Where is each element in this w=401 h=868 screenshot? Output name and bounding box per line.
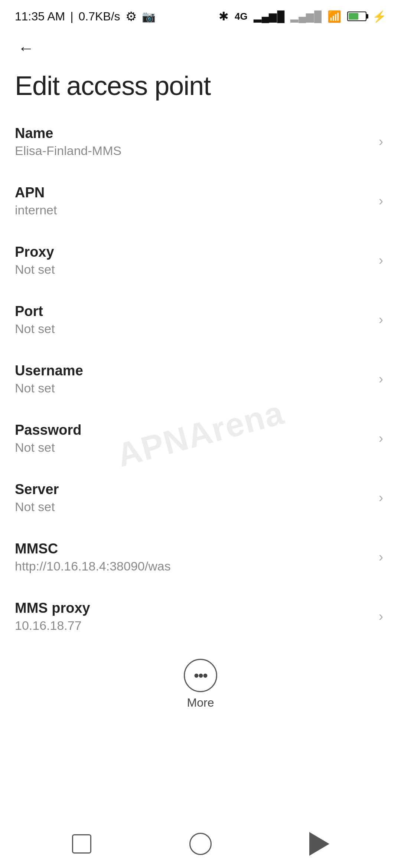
settings-item-server-label: Server — [15, 481, 371, 497]
settings-item-username-content: Username Not set — [15, 363, 371, 395]
settings-item-password[interactable]: Password Not set › — [0, 409, 401, 468]
settings-item-mms-proxy-content: MMS proxy 10.16.18.77 — [15, 600, 371, 633]
settings-item-apn[interactable]: APN internet › — [0, 171, 401, 231]
chevron-right-icon: › — [379, 371, 383, 387]
bluetooth-icon: ✱ — [219, 9, 229, 23]
camera-icon: 📷 — [142, 10, 156, 23]
nav-home-icon — [189, 833, 212, 855]
nav-bar — [0, 820, 401, 868]
status-speed: 0.7KB/s — [79, 10, 120, 23]
chevron-right-icon: › — [379, 490, 383, 506]
signal-4g-icon: 4G — [235, 11, 248, 22]
settings-item-mmsc-content: MMSC http://10.16.18.4:38090/was — [15, 541, 371, 573]
settings-item-server-value: Not set — [15, 500, 371, 514]
settings-item-proxy[interactable]: Proxy Not set › — [0, 231, 401, 290]
settings-item-apn-content: APN internet — [15, 185, 371, 217]
settings-item-name[interactable]: Name Elisa-Finland-MMS › — [0, 112, 401, 171]
nav-back-icon — [309, 832, 329, 856]
settings-item-port[interactable]: Port Not set › — [0, 290, 401, 349]
chevron-right-icon: › — [379, 431, 383, 446]
overflow-dots-icon: ••• — [194, 668, 207, 683]
nav-home-button[interactable] — [182, 829, 219, 859]
settings-item-apn-value: internet — [15, 203, 371, 217]
signal-bars-icon: ▂▄▆█ — [254, 10, 285, 23]
status-left: 11:35 AM | 0.7KB/s ⚙ 📷 — [15, 9, 156, 24]
settings-item-port-value: Not set — [15, 322, 371, 336]
settings-item-username[interactable]: Username Not set › — [0, 349, 401, 409]
nav-recent-icon — [72, 834, 91, 854]
signal-bars2-icon: ▂▄▆█ — [290, 10, 322, 23]
nav-recent-button[interactable] — [63, 829, 100, 859]
settings-item-mms-proxy-value: 10.16.18.77 — [15, 618, 371, 633]
battery-icon — [347, 11, 366, 21]
settings-item-name-value: Elisa-Finland-MMS — [15, 144, 371, 158]
page-title: Edit access point — [0, 63, 401, 112]
settings-item-proxy-value: Not set — [15, 262, 371, 277]
chevron-right-icon: › — [379, 549, 383, 565]
chevron-right-icon: › — [379, 253, 383, 268]
nav-back-button[interactable] — [301, 829, 338, 859]
settings-gear-icon: ⚙ — [125, 9, 137, 24]
overflow-button[interactable]: ••• — [184, 659, 217, 692]
settings-item-username-value: Not set — [15, 381, 371, 395]
settings-item-name-content: Name Elisa-Finland-MMS — [15, 125, 371, 158]
settings-item-proxy-label: Proxy — [15, 244, 371, 260]
chevron-right-icon: › — [379, 312, 383, 328]
settings-item-mmsc[interactable]: MMSC http://10.16.18.4:38090/was › — [0, 527, 401, 587]
settings-item-username-label: Username — [15, 363, 371, 379]
settings-item-server-content: Server Not set — [15, 481, 371, 514]
settings-item-name-label: Name — [15, 125, 371, 141]
settings-item-mms-proxy-label: MMS proxy — [15, 600, 371, 616]
toolbar: ← — [0, 30, 401, 63]
status-time: 11:35 AM — [15, 10, 65, 23]
back-arrow-icon: ← — [18, 40, 34, 56]
settings-item-proxy-content: Proxy Not set — [15, 244, 371, 277]
settings-item-apn-label: APN — [15, 185, 371, 201]
settings-item-password-content: Password Not set — [15, 422, 371, 455]
settings-item-port-content: Port Not set — [15, 303, 371, 336]
charging-icon: ⚡ — [372, 10, 386, 23]
chevron-right-icon: › — [379, 193, 383, 209]
status-separator: | — [70, 10, 73, 23]
settings-list: Name Elisa-Finland-MMS › APN internet › … — [0, 112, 401, 646]
settings-item-password-value: Not set — [15, 440, 371, 455]
settings-item-server[interactable]: Server Not set › — [0, 468, 401, 527]
chevron-right-icon: › — [379, 609, 383, 624]
settings-item-mmsc-value: http://10.16.18.4:38090/was — [15, 559, 371, 573]
chevron-right-icon: › — [379, 134, 383, 149]
settings-item-mms-proxy[interactable]: MMS proxy 10.16.18.77 › — [0, 587, 401, 646]
wifi-icon: 📶 — [327, 10, 341, 23]
settings-item-port-label: Port — [15, 303, 371, 319]
status-bar: 11:35 AM | 0.7KB/s ⚙ 📷 ✱ 4G ▂▄▆█ ▂▄▆█ 📶 … — [0, 0, 401, 30]
back-button[interactable]: ← — [15, 37, 37, 59]
status-right: ✱ 4G ▂▄▆█ ▂▄▆█ 📶 ⚡ — [219, 9, 386, 23]
overflow-label: More — [187, 696, 214, 710]
overflow-menu[interactable]: ••• More — [0, 650, 401, 716]
settings-item-mmsc-label: MMSC — [15, 541, 371, 557]
settings-item-password-label: Password — [15, 422, 371, 438]
